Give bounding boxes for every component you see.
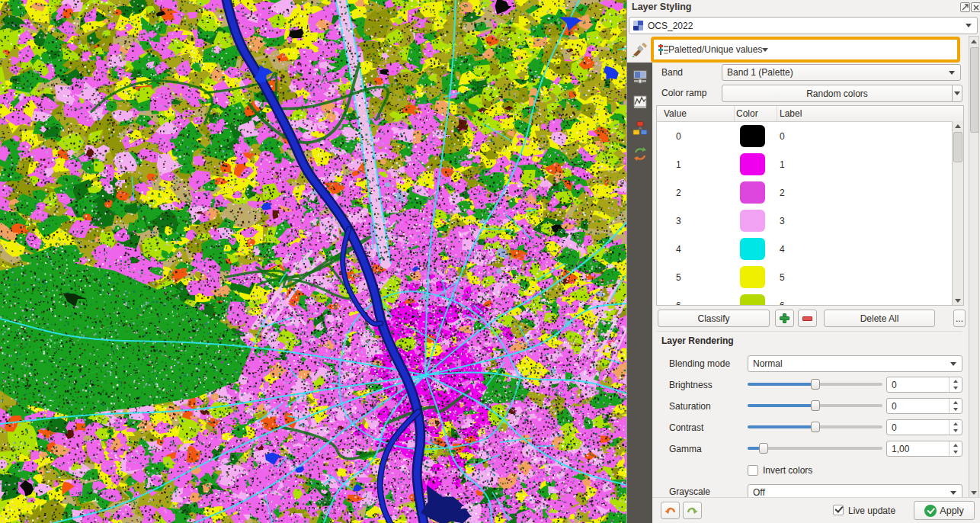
table-row[interactable]: 66 [657, 291, 963, 306]
slider-fill [748, 383, 815, 386]
delete-all-button[interactable]: Delete All [824, 310, 935, 327]
table-scrollbar[interactable] [952, 121, 963, 306]
spin-down-icon[interactable] [950, 449, 962, 457]
spin-value: 0 [887, 399, 949, 413]
table-row[interactable]: 55 [657, 263, 963, 291]
tab-symbology[interactable] [627, 36, 652, 63]
spin-up-icon[interactable] [950, 399, 962, 406]
class-color-swatch[interactable] [740, 210, 765, 232]
table-row[interactable]: 00 [657, 122, 963, 150]
column-value[interactable]: Value [657, 106, 735, 121]
slider-fill [748, 404, 815, 407]
color-ramp-value: Random colors [806, 88, 868, 99]
table-row[interactable]: 33 [657, 207, 963, 235]
class-label: 5 [777, 272, 963, 283]
layer-selector[interactable]: OCS_2022 [629, 17, 978, 34]
color-ramp-dropdown[interactable] [952, 85, 962, 102]
map-view[interactable] [0, 0, 626, 523]
brightness-spinbox[interactable]: 0 [886, 377, 962, 393]
renderer-selector[interactable]: Paletted/Unique values [654, 40, 957, 59]
tab-history[interactable] [627, 142, 652, 166]
spin-up-icon[interactable] [950, 441, 962, 449]
class-table-body: 00112233445566 [657, 122, 963, 306]
divider [656, 331, 962, 332]
class-color-swatch[interactable] [740, 266, 765, 288]
advanced-options-button[interactable]: ... [953, 310, 966, 327]
class-color-swatch[interactable] [740, 238, 765, 260]
table-row[interactable]: 11 [657, 150, 963, 178]
tab-transparency[interactable] [627, 64, 652, 88]
class-color-swatch[interactable] [740, 181, 765, 204]
chevron-down-icon [954, 91, 960, 95]
map-canvas[interactable] [0, 0, 626, 523]
classify-button[interactable]: Classify [658, 310, 770, 327]
scrollbar-thumb[interactable] [970, 47, 979, 133]
spin-down-icon[interactable] [950, 406, 962, 414]
layer-styling-panel: Layer Styling OCS_2022 [626, 0, 980, 523]
class-color-swatch[interactable] [740, 153, 765, 175]
check-icon [834, 504, 843, 512]
scroll-up-icon[interactable] [953, 121, 963, 131]
brightness-slider[interactable] [748, 377, 882, 391]
table-row[interactable]: 44 [657, 235, 963, 263]
scroll-up-icon[interactable] [969, 37, 978, 47]
blending-mode-selector[interactable]: Normal [748, 355, 962, 372]
layer-rendering-title: Layer Rendering [661, 335, 734, 346]
renderer-name: Paletted/Unique values [668, 44, 762, 55]
column-color[interactable]: Color [735, 106, 777, 121]
saturation-slider[interactable] [748, 399, 882, 412]
class-label: 4 [777, 244, 963, 255]
invert-colors-label: Invert colors [763, 465, 812, 476]
slider-handle[interactable] [811, 379, 820, 390]
chevron-down-icon [966, 24, 972, 27]
class-value: 3 [657, 216, 735, 226]
color-ramp-button[interactable]: Random colors [722, 85, 953, 102]
histogram-icon [633, 95, 648, 110]
remove-value-button[interactable] [798, 310, 817, 327]
class-value: 5 [657, 272, 735, 283]
grayscale-selector[interactable]: Off [748, 484, 962, 497]
band-selector[interactable]: Band 1 (Palette) [722, 64, 961, 81]
undo-button[interactable] [661, 502, 680, 519]
redo-icon [687, 505, 698, 515]
redo-button[interactable] [683, 502, 702, 519]
slider-handle[interactable] [759, 443, 768, 454]
invert-colors-checkbox[interactable] [748, 465, 758, 476]
class-color-swatch[interactable] [740, 294, 765, 306]
class-value: 1 [657, 159, 735, 170]
spin-up-icon[interactable] [950, 420, 962, 428]
spin-up-icon[interactable] [950, 377, 962, 385]
history-icon [633, 146, 648, 162]
class-label: 1 [777, 159, 963, 170]
gamma-label: Gamma [669, 444, 702, 454]
minus-icon [802, 316, 812, 321]
classes-table: Value Color Label 00112233445566 [656, 105, 964, 306]
gamma-spinbox[interactable]: 1,00 [886, 441, 962, 457]
plus-icon [780, 313, 789, 323]
class-color-swatch[interactable] [740, 125, 765, 147]
slider-handle[interactable] [811, 400, 820, 411]
column-label[interactable]: Label [777, 106, 963, 121]
spin-down-icon[interactable] [950, 385, 962, 393]
grayscale-label: Grayscale [669, 486, 710, 497]
class-label: 0 [777, 131, 963, 142]
contrast-spinbox[interactable]: 0 [886, 419, 962, 435]
blending-mode-value: Normal [748, 358, 950, 369]
scrollbar-thumb[interactable] [953, 132, 962, 162]
close-panel-icon[interactable] [971, 2, 980, 12]
contrast-slider[interactable] [748, 420, 882, 434]
slider-handle[interactable] [811, 422, 820, 432]
table-row[interactable]: 22 [657, 178, 963, 207]
apply-button[interactable]: Apply [914, 501, 975, 520]
gamma-slider[interactable] [748, 441, 882, 455]
float-panel-icon[interactable] [960, 2, 970, 12]
panel-scrollbar[interactable] [969, 36, 979, 499]
saturation-spinbox[interactable]: 0 [886, 398, 962, 414]
add-value-button[interactable] [775, 310, 794, 327]
class-value: 0 [657, 131, 735, 142]
tab-histogram[interactable] [627, 90, 652, 114]
live-update-checkbox[interactable] [833, 505, 844, 515]
tab-pyramids[interactable] [627, 116, 652, 140]
scroll-down-icon[interactable] [953, 296, 963, 306]
spin-down-icon[interactable] [950, 428, 962, 435]
